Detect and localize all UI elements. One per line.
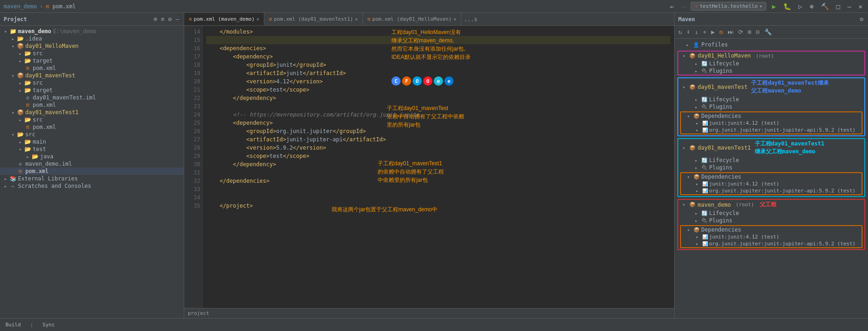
section2-arrow: ▾ — [680, 85, 687, 90]
run-config-tab[interactable]: ✕ testHello.testhello ▾ — [691, 2, 767, 11]
build-tab[interactable]: Build — [4, 321, 23, 329]
src-root-icon: 📂 — [17, 131, 24, 138]
code-content[interactable]: </modules> <dependencies> <dependency> <… — [203, 26, 674, 308]
scratches-icon: ✏ — [9, 183, 17, 189]
title-bar: maven_demo › m pom.xml ← → ✕ testHello.t… — [0, 0, 868, 13]
profiles-row[interactable]: ▸ 👤 Profiles — [675, 41, 868, 49]
add-icon[interactable]: ⊕ — [153, 15, 158, 23]
tree-item-idea[interactable]: ▸ 📂 .idea — [0, 35, 184, 42]
maven-cols-btn[interactable]: ⊞ — [746, 28, 753, 36]
maven-section-header-3[interactable]: ▾ 📦 day01_mavenTest1 子工程day01_mavenTest1… — [678, 139, 864, 157]
tree-item-day01-hm[interactable]: ▾ 📦 day01_HelloMaven — [0, 42, 184, 50]
maven-tree-btn[interactable]: ⊟ — [754, 28, 762, 36]
deps-label-2: Dependencies — [701, 113, 741, 119]
sync-tab[interactable]: Sync — [41, 321, 57, 329]
tree-item-target2[interactable]: ▸ 📂 target — [0, 87, 184, 94]
tree-item-ext-lib[interactable]: ▸ 📚 External Libraries — [0, 175, 184, 182]
tree-item-src1[interactable]: ▸ 📂 src — [0, 50, 184, 57]
module-icon-1: 📦 — [17, 43, 24, 49]
debug-btn[interactable]: 🐛 — [781, 2, 793, 11]
maven-dep-jupiter-2[interactable]: ▸ 📊 org.junit.jupiter:junit-jupiter-api:… — [681, 127, 862, 134]
tab-pom-day01-mt1[interactable]: m pom.xml (day01_mavenTest1) ✕ — [264, 13, 363, 26]
coverage-btn[interactable]: ▷ — [797, 2, 804, 11]
maven-section-header-1[interactable]: ▾ 📦 day01_HelloMaven (root) — [678, 52, 864, 60]
tree-item-src-root[interactable]: ▾ 📂 src — [0, 131, 184, 138]
maven-dep-junit-3[interactable]: ▸ 📊 junit:junit:4.12 (test) — [681, 180, 862, 187]
maven-plugins-2[interactable]: ▸ 🔌 Plugins — [678, 103, 864, 110]
tab-more[interactable]: ...s — [461, 16, 480, 23]
maven-run-btn[interactable]: ▶ — [709, 28, 717, 36]
maven-section-header-2[interactable]: ▾ 📦 day01_mavenTest 子工程day01_mavenTest继承… — [678, 78, 864, 96]
maven-skip-btn[interactable]: ⏭ — [726, 28, 735, 36]
tree-item-target1[interactable]: ▸ 📂 target — [0, 57, 184, 64]
tree-item-pom2[interactable]: m pom.xml — [0, 101, 184, 109]
maven-settings-icon[interactable]: ⚙ — [859, 15, 864, 23]
maven-add-btn[interactable]: + — [701, 28, 708, 36]
tree-label-java: java — [40, 153, 53, 160]
xml-icon-root: m — [17, 168, 24, 174]
maven-deps-header-2[interactable]: ▾ 📦 Dependencies — [681, 112, 862, 120]
maven-lifecycle-3[interactable]: ▸ 🔄 Lifecycle — [678, 157, 864, 164]
maven-plugins-3[interactable]: ▸ 🔌 Plugins — [678, 164, 864, 171]
tab-close-1[interactable]: ✕ — [256, 17, 259, 22]
tree-item-main[interactable]: ▸ 📂 main — [0, 138, 184, 145]
maven-dep-jupiter-4[interactable]: ▸ 📊 org.junit.jupiter:junit-jupiter-api:… — [681, 240, 862, 247]
maven-sync-btn[interactable]: ⟳ — [736, 28, 745, 36]
tree-arrow: ▾ — [9, 110, 17, 115]
tree-arrow: ▸ — [2, 184, 9, 189]
maven-lifecycle-2[interactable]: ▸ 🔄 Lifecycle — [678, 96, 864, 103]
window-btn1[interactable]: □ — [834, 2, 842, 11]
tree-item-src2[interactable]: ▸ 📂 src — [0, 79, 184, 87]
maven-plugins-4[interactable]: ▸ 🔌 Plugins — [678, 217, 864, 224]
maven-lifecycle-4[interactable]: ▸ 🔄 Lifecycle — [678, 209, 864, 217]
maven-wrench-btn[interactable]: 🔧 — [763, 28, 774, 36]
tree-item-test[interactable]: ▾ 📂 test — [0, 145, 184, 153]
tab-close-2[interactable]: ✕ — [355, 17, 358, 22]
title-bar-right: ← → ✕ testHello.testhello ▾ ▶ 🐛 ▷ ⊕ 🔨 □ … — [668, 2, 864, 11]
maven-lifecycle-1[interactable]: ▸ 🔄 Lifecycle — [678, 60, 864, 67]
tab-pom-day01-hm[interactable]: m pom.xml (day01_HelloMaven) ✕ — [363, 13, 461, 26]
tab-pom-maven-demo[interactable]: m pom.xml (maven_demo) ✕ — [184, 13, 264, 26]
tree-item-day01-mt1[interactable]: ▾ 📦 day01_mavenTest1 — [0, 109, 184, 116]
maven-section-header-4[interactable]: ▾ 📦 maven_demo (root) 父工程 — [678, 200, 864, 209]
profiles-icon: 👤 — [693, 42, 699, 48]
tree-item-java[interactable]: ▸ 📂 java — [0, 153, 184, 160]
maven-dep-junit-2[interactable]: ▸ 📊 junit:junit:4.12 (test) — [681, 120, 862, 127]
build-btn[interactable]: 🔨 — [819, 2, 831, 11]
maven-deps-header-4[interactable]: ▾ 📦 Dependencies — [681, 226, 862, 233]
maven-refresh-btn[interactable]: ↻ — [676, 28, 684, 36]
back-btn[interactable]: ← — [668, 2, 676, 11]
settings-icon[interactable]: ⚙ — [167, 15, 173, 23]
window-btn2[interactable]: — — [845, 2, 853, 11]
maven-dep-junit-4[interactable]: ▸ 📊 junit:junit:4.12 (test) — [681, 233, 862, 240]
tree-item-iml1[interactable]: ⚙ day01_mavenTest.iml — [0, 94, 184, 101]
maven-plugins-1[interactable]: ▸ 🔌 Plugins — [678, 67, 864, 75]
maven-deps-header-3[interactable]: ▾ 📦 Dependencies — [681, 173, 862, 180]
tree-item-scratches[interactable]: ▸ ✏ Scratches and Consoles — [0, 182, 184, 190]
tree-item-maven-demo[interactable]: ▾ 📁 maven_demo E:\maven_demo — [0, 28, 184, 35]
run-btn[interactable]: ▶ — [770, 2, 777, 11]
project-crumb[interactable]: maven_demo — [4, 3, 37, 10]
tree-item-iml-demo[interactable]: ⚙ maven_demo.iml — [0, 160, 184, 168]
forward-btn[interactable]: → — [679, 2, 687, 11]
filter-icon[interactable]: ≡ — [160, 15, 166, 23]
dep-bar-icon-3: 📊 — [702, 181, 708, 186]
maven-deps-section-2: ▾ 📦 Dependencies ▸ 📊 junit:junit:4.12 (t… — [680, 111, 862, 134]
maven-download2-btn[interactable]: ↓ — [693, 28, 700, 36]
tree-item-pom-root[interactable]: m pom.xml — [0, 168, 184, 175]
tree-item-src3[interactable]: ▸ 📂 src — [0, 116, 184, 123]
tree-path-maven-demo: E:\maven_demo — [53, 28, 96, 35]
tree-label-day01-mt: day01_mavenTest — [25, 72, 75, 79]
tab-close-3[interactable]: ✕ — [454, 17, 456, 22]
tree-item-pom3[interactable]: m pom.xml — [0, 123, 184, 131]
minimize-icon[interactable]: — — [175, 15, 180, 23]
profile-btn[interactable]: ⊕ — [808, 2, 815, 11]
close-btn[interactable]: ✕ — [857, 2, 864, 11]
lifecycle-label-4: Lifecycle — [709, 210, 739, 216]
maven-m-btn[interactable]: m — [717, 28, 725, 36]
tree-item-pom1[interactable]: m pom.xml — [0, 64, 184, 72]
tree-item-day01-mt[interactable]: ▾ 📦 day01_mavenTest — [0, 72, 184, 79]
maven-download-btn[interactable]: ⬇ — [685, 28, 692, 36]
section4-suffix: (root) — [733, 202, 754, 208]
maven-dep-jupiter-3[interactable]: ▸ 📊 org.junit.jupiter:junit-jupiter-api:… — [681, 187, 862, 194]
